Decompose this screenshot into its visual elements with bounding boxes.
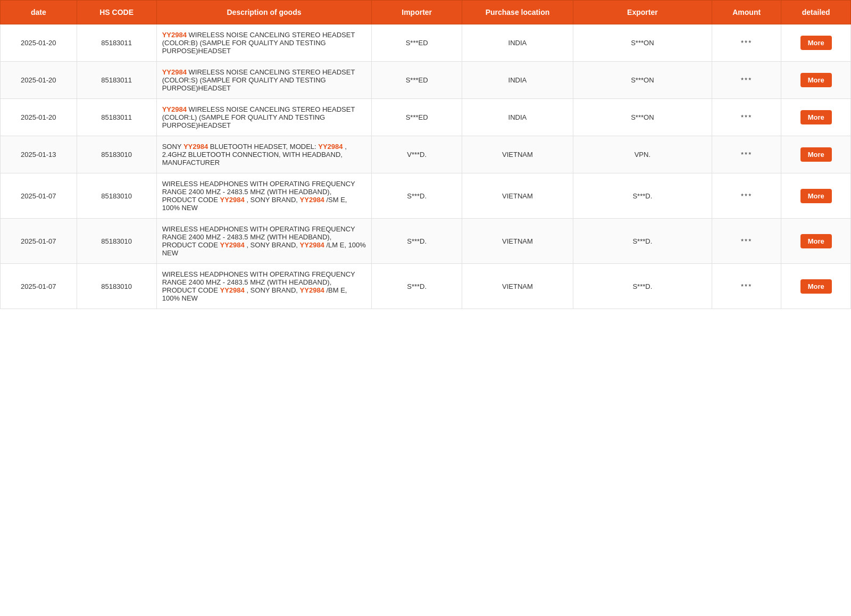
col-header-amount: Amount (712, 1, 781, 24)
cell-amount: *** (712, 173, 781, 219)
cell-description: WIRELESS HEADPHONES WITH OPERATING FREQU… (156, 264, 372, 309)
cell-importer: S***D. (372, 219, 462, 264)
cell-description: YY2984 WIRELESS NOISE CANCELING STEREO H… (156, 99, 372, 136)
more-button[interactable]: More (800, 110, 832, 124)
cell-importer: S***ED (372, 99, 462, 136)
col-header-date: date (1, 1, 77, 24)
cell-exporter: S***D. (573, 264, 712, 309)
col-header-hs-code: HS CODE (77, 1, 156, 24)
cell-amount: *** (712, 24, 781, 62)
cell-hs-code: 85183010 (77, 264, 156, 309)
cell-hs-code: 85183011 (77, 62, 156, 99)
table-row: 2025-01-0785183010WIRELESS HEADPHONES WI… (1, 173, 851, 219)
cell-date: 2025-01-07 (1, 264, 77, 309)
cell-date: 2025-01-07 (1, 173, 77, 219)
more-button[interactable]: More (800, 234, 832, 248)
cell-exporter: S***ON (573, 62, 712, 99)
main-table-container: date HS CODE Description of goods Import… (0, 0, 851, 309)
cell-description: YY2984 WIRELESS NOISE CANCELING STEREO H… (156, 62, 372, 99)
cell-date: 2025-01-13 (1, 136, 77, 173)
cell-more[interactable]: More (781, 264, 851, 309)
col-header-detailed: detailed (781, 1, 851, 24)
table-row: 2025-01-2085183011YY2984 WIRELESS NOISE … (1, 24, 851, 62)
more-button[interactable]: More (800, 147, 832, 162)
cell-description: WIRELESS HEADPHONES WITH OPERATING FREQU… (156, 173, 372, 219)
col-header-description: Description of goods (156, 1, 372, 24)
table-row: 2025-01-0785183010WIRELESS HEADPHONES WI… (1, 264, 851, 309)
cell-amount: *** (712, 219, 781, 264)
table-row: 2025-01-0785183010WIRELESS HEADPHONES WI… (1, 219, 851, 264)
cell-more[interactable]: More (781, 99, 851, 136)
cell-exporter: S***D. (573, 173, 712, 219)
table-row: 2025-01-1385183010SONY YY2984 BLUETOOTH … (1, 136, 851, 173)
table-header-row: date HS CODE Description of goods Import… (1, 1, 851, 24)
more-button[interactable]: More (800, 279, 832, 294)
cell-amount: *** (712, 62, 781, 99)
cell-purchase-location: VIETNAM (462, 173, 573, 219)
table-row: 2025-01-2085183011YY2984 WIRELESS NOISE … (1, 62, 851, 99)
cell-amount: *** (712, 264, 781, 309)
cell-importer: S***ED (372, 62, 462, 99)
cell-date: 2025-01-07 (1, 219, 77, 264)
cell-description: YY2984 WIRELESS NOISE CANCELING STEREO H… (156, 24, 372, 62)
cell-more[interactable]: More (781, 62, 851, 99)
cell-purchase-location: VIETNAM (462, 219, 573, 264)
more-button[interactable]: More (800, 73, 832, 87)
cell-purchase-location: VIETNAM (462, 136, 573, 173)
col-header-purchase-location: Purchase location (462, 1, 573, 24)
table-row: 2025-01-2085183011YY2984 WIRELESS NOISE … (1, 99, 851, 136)
cell-hs-code: 85183010 (77, 173, 156, 219)
cell-importer: S***ED (372, 24, 462, 62)
cell-importer: V***D. (372, 136, 462, 173)
cell-amount: *** (712, 99, 781, 136)
cell-hs-code: 85183011 (77, 24, 156, 62)
cell-date: 2025-01-20 (1, 99, 77, 136)
cell-importer: S***D. (372, 264, 462, 309)
cell-importer: S***D. (372, 173, 462, 219)
cell-more[interactable]: More (781, 136, 851, 173)
more-button[interactable]: More (800, 189, 832, 203)
cell-more[interactable]: More (781, 24, 851, 62)
cell-hs-code: 85183010 (77, 219, 156, 264)
trade-data-table: date HS CODE Description of goods Import… (0, 0, 851, 309)
cell-date: 2025-01-20 (1, 62, 77, 99)
col-header-exporter: Exporter (573, 1, 712, 24)
cell-purchase-location: INDIA (462, 62, 573, 99)
cell-amount: *** (712, 136, 781, 173)
cell-exporter: VPN. (573, 136, 712, 173)
cell-exporter: S***ON (573, 99, 712, 136)
cell-purchase-location: INDIA (462, 99, 573, 136)
cell-description: WIRELESS HEADPHONES WITH OPERATING FREQU… (156, 219, 372, 264)
cell-more[interactable]: More (781, 173, 851, 219)
cell-purchase-location: VIETNAM (462, 264, 573, 309)
cell-exporter: S***D. (573, 219, 712, 264)
cell-purchase-location: INDIA (462, 24, 573, 62)
cell-hs-code: 85183010 (77, 136, 156, 173)
cell-exporter: S***ON (573, 24, 712, 62)
col-header-importer: Importer (372, 1, 462, 24)
cell-more[interactable]: More (781, 219, 851, 264)
more-button[interactable]: More (800, 36, 832, 50)
cell-description: SONY YY2984 BLUETOOTH HEADSET, MODEL: YY… (156, 136, 372, 173)
cell-hs-code: 85183011 (77, 99, 156, 136)
cell-date: 2025-01-20 (1, 24, 77, 62)
